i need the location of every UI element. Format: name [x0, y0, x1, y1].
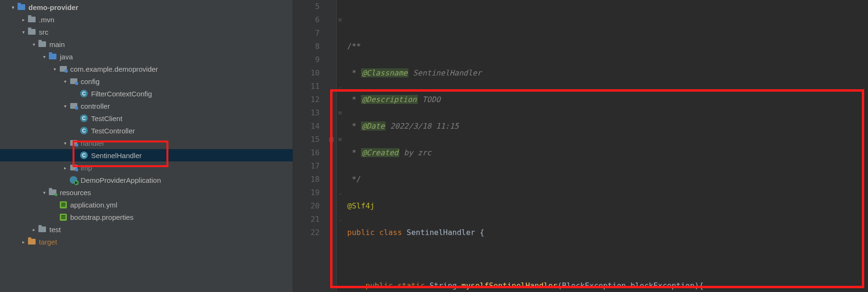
javadoc-value: 2022/3/18 11:15 — [386, 122, 459, 131]
tree-label: bootstrap.properties — [70, 213, 133, 221]
chevron-right-icon[interactable]: ▸ — [19, 17, 28, 22]
tree-label: target — [39, 238, 57, 246]
tree-label: TestClient — [91, 114, 122, 122]
tree-label: controller — [81, 102, 110, 110]
tree-node-controller[interactable]: ▾ controller — [0, 100, 293, 112]
chevron-down-icon[interactable]: ▾ — [19, 29, 28, 35]
tree-label: TestController — [91, 127, 135, 135]
javadoc-open: /** — [347, 42, 361, 51]
code-area[interactable]: /** * @Classname SentinelHandler * @Desc… — [343, 0, 868, 292]
annotation: @Slf4j — [347, 201, 375, 210]
tree-label: test — [49, 226, 61, 234]
tree-node-java[interactable]: ▾ java — [0, 50, 293, 63]
fold-start-icon[interactable]: ⊟ — [337, 106, 343, 120]
tree-label: imp — [81, 164, 92, 172]
fold-start-icon[interactable]: ⊟ — [337, 133, 343, 146]
javadoc-tag: @Classname — [361, 68, 408, 77]
javadoc-value: by zrc — [399, 148, 431, 157]
tree-node-config[interactable]: ▾ config — [0, 75, 293, 87]
tree-node-src[interactable]: ▾ src — [0, 26, 293, 38]
fold-start-icon[interactable]: ⊟ — [337, 13, 343, 27]
tree-label: DemoProviderApplication — [81, 176, 161, 184]
code-editor[interactable]: 5 6 7 8 9 10 11 12 13 14 15 16 17 18 19 … — [293, 0, 868, 292]
tree-node-filtercontextconfig[interactable]: · C FilterContextConfig — [0, 87, 293, 100]
tree-label: com.example.demoprovider — [70, 65, 158, 73]
properties-file-icon — [60, 214, 67, 221]
class-name: SentinelHandler — [406, 228, 475, 237]
package-icon — [70, 78, 77, 84]
tree-node-test[interactable]: ▸ test — [0, 223, 293, 235]
line-number-gutter: 5 6 7 8 9 10 11 12 13 14 15 16 17 18 19 … — [293, 0, 326, 292]
override-marker-icon: @ — [326, 133, 336, 146]
chevron-down-icon[interactable]: ▾ — [9, 5, 17, 10]
project-tree[interactable]: ▾ demo-provider ▸ .mvn ▾ src ▾ main ▾ ja… — [0, 0, 293, 292]
resources-folder-icon — [49, 189, 56, 195]
tree-node-application-yml[interactable]: · application.yml — [0, 198, 293, 211]
tree-node-handler[interactable]: ▾ handler — [0, 137, 293, 149]
chevron-down-icon[interactable]: ▾ — [29, 42, 38, 47]
tree-label: .mvn — [39, 16, 55, 24]
package-icon — [70, 140, 77, 146]
package-icon — [60, 66, 67, 72]
class-icon: C — [80, 127, 88, 134]
tree-node-demo-provider[interactable]: ▾ demo-provider — [0, 1, 293, 13]
fold-end-icon[interactable]: ⌟ — [337, 213, 343, 226]
class-icon: C — [80, 114, 88, 122]
fold-end-icon[interactable]: ⌟ — [337, 186, 343, 199]
tree-node-package[interactable]: ▾ com.example.demoprovider — [0, 63, 293, 75]
tree-label: SentinelHandler — [91, 151, 142, 160]
target-folder-icon — [28, 239, 36, 245]
source-folder-icon — [49, 54, 56, 59]
tree-label: handler — [81, 139, 104, 147]
tree-node-testcontroller[interactable]: · C TestController — [0, 124, 293, 137]
package-icon — [70, 165, 77, 170]
class-icon: C — [80, 90, 88, 97]
tree-label: FilterContextConfig — [91, 90, 152, 98]
tree-label: demo-provider — [28, 3, 78, 11]
javadoc-tag: @Description — [361, 95, 418, 104]
javadoc-value: TODO — [418, 95, 441, 104]
tree-node-demoproviderapp[interactable]: · DemoProviderApplication — [0, 174, 293, 186]
chevron-right-icon[interactable]: ▸ — [19, 239, 28, 245]
tree-node-bootstrap-properties[interactable]: · bootstrap.properties — [0, 211, 293, 223]
tree-node-testclient[interactable]: · C TestClient — [0, 112, 293, 124]
chevron-down-icon[interactable]: ▾ — [50, 66, 59, 72]
javadoc-tag: @Date — [361, 122, 386, 131]
chevron-right-icon[interactable]: ▸ — [61, 165, 69, 170]
tree-label: config — [81, 77, 100, 85]
tree-node-target[interactable]: ▸ target — [0, 235, 293, 248]
chevron-down-icon[interactable]: ▾ — [61, 104, 69, 109]
chevron-down-icon[interactable]: ▾ — [61, 141, 69, 146]
tree-node-sentinelhandler[interactable]: · C SentinelHandler — [0, 149, 293, 161]
fold-end-icon[interactable]: ⌟ — [337, 80, 343, 93]
chevron-down-icon[interactable]: ▾ — [40, 190, 48, 195]
module-icon — [18, 4, 25, 10]
method-name: myselfSentinelHandler — [462, 281, 557, 290]
tree-node-mvn[interactable]: ▸ .mvn — [0, 13, 293, 26]
fold-gutter[interactable]: ⊟ ⌟ ⊟ ⊟ ⌟ ⌟ — [337, 0, 343, 292]
chevron-down-icon[interactable]: ▾ — [40, 54, 48, 59]
tree-node-imp[interactable]: ▸ imp — [0, 161, 293, 174]
javadoc-close: */ — [347, 175, 361, 184]
chevron-right-icon[interactable]: ▸ — [29, 227, 38, 232]
javadoc-tag: @Created — [361, 148, 399, 157]
spring-app-icon — [70, 176, 77, 184]
tree-label: resources — [60, 188, 91, 197]
tree-node-main[interactable]: ▾ main — [0, 38, 293, 50]
marker-gutter: @ — [326, 0, 337, 292]
folder-icon — [38, 226, 46, 232]
folder-icon — [28, 29, 36, 35]
javadoc-value: SentinelHandler — [408, 68, 481, 77]
tree-node-resources[interactable]: ▾ resources — [0, 186, 293, 198]
folder-icon — [38, 41, 46, 47]
folder-icon — [28, 17, 36, 22]
tree-label: application.yml — [70, 201, 117, 209]
package-icon — [70, 103, 77, 109]
class-icon: C — [80, 151, 88, 159]
yaml-file-icon — [60, 201, 67, 208]
chevron-down-icon[interactable]: ▾ — [61, 79, 69, 84]
tree-label: src — [39, 28, 48, 36]
tree-label: main — [49, 40, 65, 48]
tree-label: java — [60, 53, 73, 61]
